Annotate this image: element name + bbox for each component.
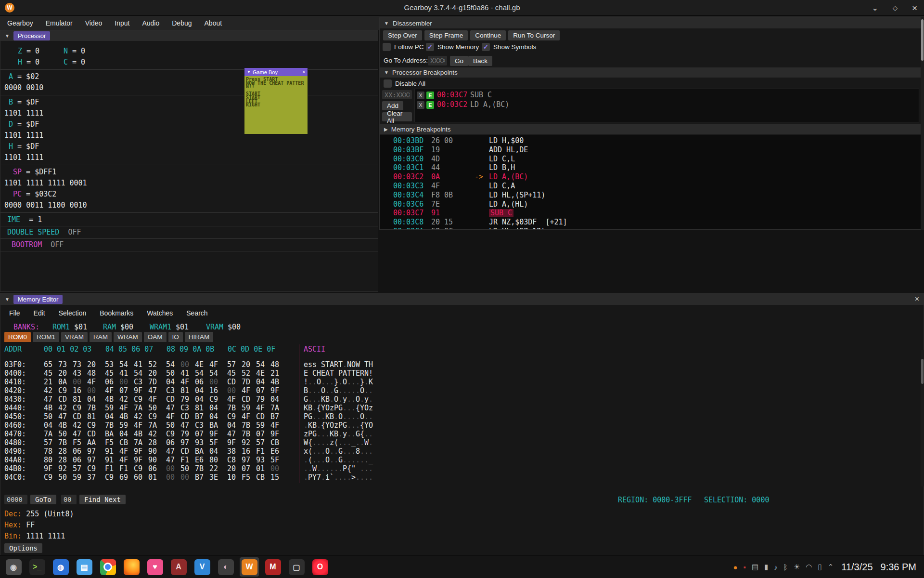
tab-oam[interactable]: OAM	[144, 332, 167, 342]
processor-panel-header[interactable]: ▼ Processor	[0, 30, 378, 41]
memory-byte[interactable]: 54	[195, 369, 204, 378]
run-to-cursor-button[interactable]: Run To Cursor	[508, 30, 560, 40]
taskbar-file-manager-icon[interactable]: ▤	[75, 557, 94, 577]
memory-goto-input[interactable]	[4, 495, 27, 504]
maximize-icon[interactable]: ◇	[893, 4, 898, 12]
memory-byte[interactable]: 4E	[195, 361, 204, 369]
memory-byte[interactable]: AA	[87, 439, 96, 447]
memory-byte[interactable]: 04	[227, 421, 236, 430]
memory-byte[interactable]: 00	[87, 387, 96, 395]
memory-byte[interactable]: 16	[209, 387, 218, 395]
memory-byte[interactable]: BA	[209, 421, 218, 430]
memory-byte[interactable]: 59	[119, 421, 128, 430]
disable-all-checkbox[interactable]	[384, 79, 392, 88]
disasm-row[interactable]: 00:03C820 15JR NZ,$03DF [+21]	[380, 218, 919, 227]
memory-byte[interactable]: BA	[105, 430, 114, 438]
memory-byte[interactable]: 04	[256, 378, 265, 386]
memory-byte[interactable]: C9	[209, 395, 218, 404]
follow-pc-checkbox[interactable]	[383, 43, 391, 51]
memory-byte[interactable]: CD	[256, 413, 265, 421]
memory-byte[interactable]: 59	[256, 421, 265, 430]
memedit-menu-search[interactable]: Search	[180, 306, 214, 320]
memory-byte[interactable]: 04	[209, 447, 218, 456]
memory-byte[interactable]: 54	[166, 361, 175, 369]
tray-status-orange-icon[interactable]: ●	[733, 563, 738, 571]
taskbar-firefox-icon[interactable]	[122, 557, 141, 577]
memory-byte[interactable]: 04	[270, 395, 279, 404]
memory-byte[interactable]: 54	[256, 361, 265, 369]
memory-byte[interactable]: 50	[44, 413, 52, 421]
memory-byte[interactable]: 10	[227, 473, 236, 482]
memory-byte[interactable]: 93	[195, 439, 204, 447]
memory-byte[interactable]: 92	[242, 439, 250, 447]
memory-byte[interactable]: 04	[105, 413, 114, 421]
continue-button[interactable]: Continue	[470, 30, 506, 40]
tray-notes-icon[interactable]: ▤	[752, 563, 758, 571]
memory-byte[interactable]: CB	[119, 439, 128, 447]
memory-byte[interactable]: 53	[105, 361, 114, 369]
memory-byte[interactable]: 90	[148, 447, 157, 456]
memory-byte[interactable]: 7B	[58, 439, 67, 447]
memory-byte[interactable]: 9F	[270, 430, 279, 438]
memory-byte[interactable]: 20	[148, 369, 157, 378]
memory-byte[interactable]: 5F	[209, 439, 218, 447]
memory-byte[interactable]: 07	[119, 387, 128, 395]
taskbar-terminal-icon[interactable]: >_	[27, 557, 47, 577]
memory-byte[interactable]: 00	[270, 465, 279, 473]
memory-byte[interactable]: 04	[119, 430, 128, 438]
memory-byte[interactable]: 00	[227, 387, 236, 395]
memory-byte[interactable]: 9F	[227, 439, 236, 447]
memory-byte[interactable]: 4F	[209, 361, 218, 369]
memory-byte[interactable]: 4F	[166, 413, 175, 421]
memory-byte[interactable]: 4F	[270, 421, 279, 430]
memory-byte[interactable]: 7B	[242, 421, 250, 430]
memory-byte[interactable]: F5	[73, 439, 81, 447]
memory-byte[interactable]: 7B	[242, 430, 250, 438]
gameboy-window-titlebar[interactable]: ▼ Game Boy ×	[244, 68, 308, 76]
memory-byte[interactable]: 50	[166, 421, 175, 430]
memory-byte[interactable]: 28	[58, 456, 67, 464]
tray-bluetooth-icon[interactable]: ᛒ	[783, 563, 788, 571]
memory-byte[interactable]: 7A	[134, 404, 142, 412]
memory-byte[interactable]: 06	[148, 465, 157, 473]
taskbar-app-launcher-icon[interactable]: ◉	[4, 557, 23, 577]
taskbar-display-settings-icon[interactable]: ▢	[287, 557, 306, 577]
tray-brightness-icon[interactable]: ☀	[794, 563, 800, 571]
disasm-row[interactable]: 00:03C144LD B,H	[380, 164, 919, 173]
memory-byte[interactable]: 42	[58, 404, 67, 412]
scrollbar-thumb[interactable]	[921, 19, 924, 61]
memory-byte[interactable]: 79	[180, 395, 189, 404]
memory-byte[interactable]: CD	[166, 395, 175, 404]
memory-byte[interactable]: 7B	[87, 404, 96, 412]
memory-byte[interactable]: 50	[58, 430, 67, 438]
memory-editor-header[interactable]: ▼ Memory Editor ×	[0, 293, 924, 305]
memory-byte[interactable]: 48	[270, 361, 279, 369]
disasm-row[interactable]: 00:03C34FLD C,A	[380, 182, 919, 191]
menu-audio[interactable]: Audio	[136, 16, 166, 30]
memory-byte[interactable]: 4B	[105, 395, 114, 404]
memory-byte[interactable]: 07	[195, 430, 204, 438]
memory-byte[interactable]: C3	[166, 387, 175, 395]
memory-byte[interactable]: 7B	[195, 465, 204, 473]
memory-byte[interactable]: 41	[119, 369, 128, 378]
memory-byte[interactable]: CD	[180, 447, 189, 456]
tab-hiram[interactable]: HIRAM	[185, 332, 214, 342]
memory-byte[interactable]: 4F	[119, 456, 128, 464]
memory-byte[interactable]: 28	[148, 439, 157, 447]
memory-byte[interactable]: 47	[148, 387, 157, 395]
breakpoint-remove-button[interactable]: X	[417, 101, 424, 109]
memory-byte[interactable]: 4B	[134, 430, 142, 438]
memory-byte[interactable]: C3	[195, 421, 204, 430]
memory-byte[interactable]: 52	[148, 361, 157, 369]
memory-byte[interactable]: 90	[148, 456, 157, 464]
memory-byte[interactable]: F1	[119, 465, 128, 473]
memory-byte[interactable]: 28	[58, 447, 67, 456]
taskbar-photos-pink-icon[interactable]: ♥	[145, 557, 165, 577]
memory-byte[interactable]: C9	[58, 387, 67, 395]
memory-byte[interactable]: 4F	[242, 413, 250, 421]
memory-byte[interactable]: 59	[242, 404, 250, 412]
memory-byte[interactable]: 79	[256, 395, 265, 404]
memory-byte[interactable]: F5	[105, 439, 114, 447]
memory-byte[interactable]: E6	[270, 447, 279, 456]
show-symbols-checkbox[interactable]: ✓	[482, 43, 490, 51]
